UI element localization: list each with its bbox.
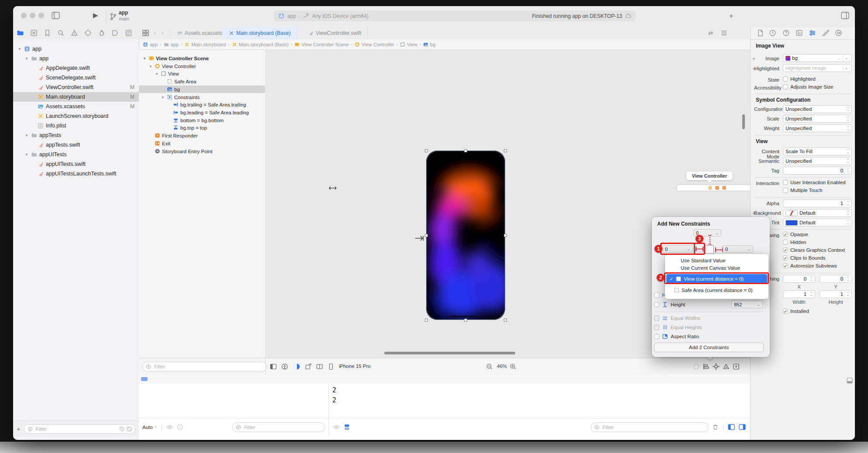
width-checkbox[interactable] [654, 292, 659, 298]
content-mode-select[interactable]: Scale To Fill⌃⌄ [783, 148, 852, 155]
tint-color-well[interactable] [785, 220, 798, 226]
autoresize-checkbox[interactable]: ✓ [783, 263, 788, 268]
navigator-row-appuitests-launch[interactable]: appUITestsLaunchTests.swift [13, 169, 139, 178]
project-navigator-icon[interactable] [17, 29, 24, 37]
embed-in-icon[interactable] [733, 363, 740, 370]
console-filter-input[interactable] [602, 424, 705, 430]
resolve-autolayout-icon[interactable] [723, 363, 730, 370]
equal-heights-checkbox[interactable] [654, 325, 659, 330]
tab-assets[interactable]: Assets.xcassets [171, 27, 229, 39]
breadcrumb-scene[interactable]: View Controller Scene [294, 42, 349, 47]
outline-filter-field[interactable] [142, 362, 267, 371]
device-name[interactable]: iPhone 15 Pro [339, 364, 371, 369]
split-preview-icon[interactable] [316, 363, 323, 370]
navigator-row-folder-apptests[interactable]: ▾ appTests [13, 130, 139, 140]
related-items-icon[interactable] [142, 29, 149, 37]
source-control-status-icon[interactable] [127, 426, 132, 432]
alpha-field[interactable]: 1⌃⌄ [783, 199, 852, 207]
navigator-row-assets[interactable]: Assets.xcassets M [13, 102, 139, 111]
menu-item-safe-area[interactable]: Safe Area (current distance = 0) [668, 286, 766, 294]
navigator-filter-input[interactable] [35, 426, 117, 432]
equal-widths-checkbox[interactable] [654, 316, 659, 321]
navigator-row-folder-appuitests[interactable]: ▾ appUITests [13, 150, 139, 159]
variables-filter-input[interactable] [243, 424, 321, 430]
selection-handle[interactable] [464, 149, 467, 152]
chevron-down-icon[interactable]: ▾ [24, 152, 29, 157]
multiple-touch-checkbox[interactable] [783, 188, 788, 193]
dock-first-responder-icon[interactable] [715, 186, 719, 190]
trailing-spacing-field[interactable]: 0⌄ [723, 245, 753, 253]
breadcrumb-view[interactable]: View [400, 42, 417, 47]
editor-options-icon[interactable]: ⇄ [708, 30, 713, 36]
panel-corner-icon[interactable] [847, 378, 853, 384]
attributes-inspector-icon[interactable] [809, 29, 816, 37]
align-icon[interactable] [703, 363, 710, 370]
eye-icon[interactable] [333, 424, 340, 430]
clears-graphics-checkbox[interactable]: ✓ [783, 247, 788, 253]
navigator-row-appdelegate[interactable]: AppDelegate.swift [13, 63, 139, 73]
outline-filter-input[interactable] [153, 364, 264, 370]
menu-item-standard[interactable]: Use Standard Value [668, 257, 766, 264]
close-window-icon[interactable] [21, 13, 27, 18]
editor-list-icon[interactable] [720, 29, 728, 37]
color-scheme-toggle-icon[interactable] [293, 363, 300, 370]
variables-scope-select[interactable]: Auto ⌃ [142, 425, 157, 430]
run-destination[interactable]: Any iOS Device (arm64) [312, 13, 368, 19]
breakpoint-navigator-icon[interactable] [111, 29, 119, 37]
history-inspector-icon[interactable] [769, 29, 776, 37]
connections-inspector-icon[interactable] [835, 29, 842, 37]
trailing-ibeam-icon[interactable] [715, 247, 723, 253]
selection-handle[interactable] [464, 319, 467, 322]
semantic-select[interactable]: Unspecified⌃⌄ [783, 157, 852, 165]
breadcrumb-storyboard-base[interactable]: Main.storyboard (Base) [232, 42, 289, 47]
scale-select[interactable]: Unspecified⌃⌄ [783, 115, 852, 123]
add-tab-button[interactable]: + [729, 12, 734, 21]
navigator-row-viewcontroller[interactable]: ViewController.swift M [13, 82, 139, 92]
navigator-row-launchscreen[interactable]: LaunchScreen.storyboard [13, 111, 139, 121]
breakpoints-toggle-icon[interactable] [141, 377, 148, 381]
outline-row-bg[interactable]: bg [139, 86, 265, 93]
stretch-y-field[interactable]: 0⌃⌄ [820, 275, 852, 283]
outline-row-entry-point[interactable]: Storyboard Entry Point [139, 148, 265, 155]
size-inspector-icon[interactable] [822, 29, 829, 37]
outline-row-constraint-trailing[interactable]: bg.trailing = Safe Area.trailing [139, 101, 265, 108]
stretch-height-field[interactable]: 1⌃⌄ [820, 290, 852, 298]
tag-field[interactable]: 0⌃⌄ [783, 167, 852, 175]
jump-arrow-icon[interactable]: → [837, 56, 841, 61]
console-mode-icon[interactable] [344, 424, 350, 430]
add-constraints-button[interactable]: Add 2 Constraints [654, 343, 764, 352]
file-inspector-icon[interactable] [757, 29, 764, 37]
selection-handle[interactable] [504, 234, 507, 237]
chevron-down-icon[interactable]: ⌄ [843, 65, 849, 71]
toggle-inspector-icon[interactable] [841, 12, 849, 19]
selection-handle[interactable] [425, 149, 428, 152]
navigator-row-apptests-swift[interactable]: appTests.swift [13, 140, 139, 150]
breadcrumb-bg[interactable]: bg [423, 42, 435, 47]
background-select[interactable]: Default⌃⌄ [783, 209, 852, 217]
navigator-row-main-storyboard[interactable]: Main.storyboard M [13, 92, 139, 102]
dock-view-controller-icon[interactable] [708, 186, 712, 190]
info-icon[interactable] [177, 424, 183, 430]
dock-exit-icon[interactable] [722, 186, 726, 190]
zoom-level[interactable]: 46% [497, 364, 507, 369]
zoom-in-icon[interactable] [510, 363, 517, 370]
height-value-field[interactable]: 852⌄ [731, 301, 763, 308]
adjusts-image-size-checkbox[interactable] [783, 84, 788, 89]
orientation-icon[interactable] [305, 363, 312, 370]
show-console-panel-icon[interactable] [739, 424, 746, 430]
installed-checkbox[interactable]: ✓ [783, 309, 788, 314]
user-interaction-checkbox[interactable] [783, 180, 788, 185]
vertical-scrollbar[interactable] [742, 114, 745, 129]
go-back-icon[interactable]: ‹ [154, 29, 156, 36]
chevron-down-icon[interactable]: ▾ [155, 72, 159, 76]
bookmark-navigator-icon[interactable] [44, 29, 51, 37]
help-inspector-icon[interactable] [782, 29, 790, 37]
outline-row-safe-area[interactable]: Safe Area [139, 78, 265, 85]
identity-inspector-icon[interactable] [796, 29, 803, 37]
highlighted-combo[interactable]: Highlighted Image ⌄ [783, 64, 852, 72]
issue-navigator-icon[interactable] [71, 29, 78, 37]
tab-main-storyboard[interactable]: Main.storyboard (Base) [223, 27, 297, 39]
run-button[interactable]: ▶ [93, 11, 98, 19]
iphone-preview-bg-image[interactable] [426, 151, 505, 320]
outline-row-constraint-top[interactable]: bg.top = top [139, 124, 265, 131]
